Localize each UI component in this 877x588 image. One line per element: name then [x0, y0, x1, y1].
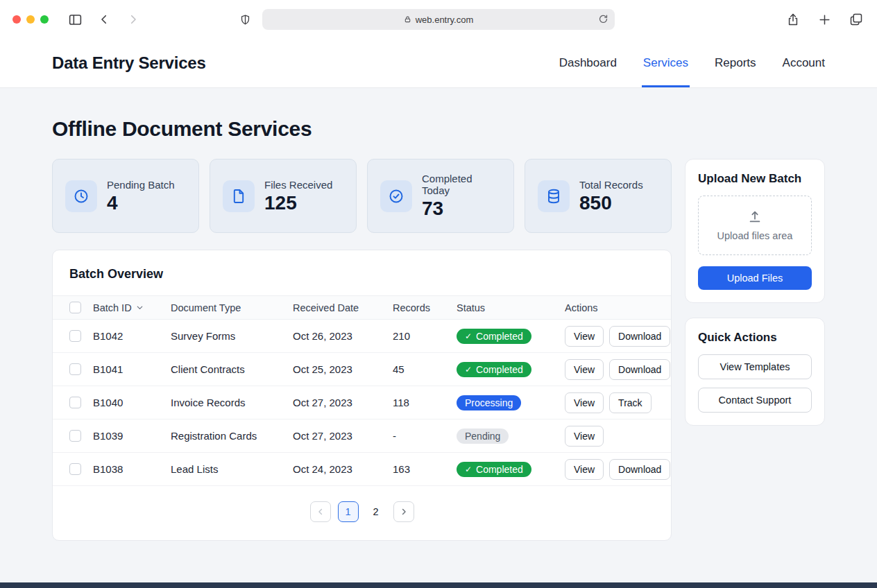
stat-label: Files Received	[264, 179, 332, 191]
received-date-cell: Oct 24, 2023	[293, 463, 393, 475]
batch-id-cell: B1042	[93, 330, 171, 342]
document-type-cell: Client Contracts	[171, 363, 293, 375]
table-row: B1042 Survey Forms Oct 26, 2023 210 ✓Com…	[53, 320, 671, 353]
page-title: Offline Document Services	[52, 117, 825, 141]
row-actions: View	[565, 426, 671, 447]
share-icon[interactable]	[785, 11, 801, 28]
document-type-cell: Registration Cards	[171, 430, 293, 442]
status-label: Completed	[476, 465, 523, 474]
browser-chrome: web.entry.com	[0, 0, 877, 39]
stat-card-total-records: Total Records 850	[525, 159, 672, 233]
quick-actions-panel: Quick Actions View Templates Contact Sup…	[685, 318, 825, 426]
select-all-checkbox[interactable]	[69, 302, 81, 313]
upload-panel: Upload New Batch Upload files area Uploa…	[685, 159, 825, 303]
table-row: B1041 Client Contracts Oct 25, 2023 45 ✓…	[53, 353, 671, 386]
status-label: Completed	[476, 365, 523, 374]
stat-card-files-received: Files Received 125	[210, 159, 357, 233]
batch-id-cell: B1040	[93, 397, 171, 408]
records-cell: 163	[393, 463, 457, 475]
row-checkbox[interactable]	[69, 363, 81, 375]
view-button[interactable]: View	[565, 326, 604, 347]
column-header-received-date: Received Date	[293, 302, 393, 313]
forward-icon[interactable]	[126, 12, 141, 27]
table-title: Batch Overview	[53, 250, 671, 295]
window-controls	[12, 15, 49, 24]
row-checkbox[interactable]	[69, 397, 81, 408]
upload-files-button[interactable]: Upload Files	[698, 266, 812, 290]
url-text: web.entry.com	[416, 15, 474, 25]
row-actions: ViewDownload	[565, 459, 671, 480]
received-date-cell: Oct 25, 2023	[293, 363, 393, 375]
check-icon: ✓	[465, 465, 472, 474]
view-button[interactable]: View	[565, 392, 604, 413]
view-button[interactable]: View	[565, 426, 604, 447]
nav-item-account[interactable]: Account	[783, 39, 825, 87]
nav-item-services[interactable]: Services	[643, 39, 688, 87]
download-button[interactable]: Download	[609, 326, 670, 347]
batch-overview-card: Batch Overview Batch ID Document Type Re…	[52, 250, 672, 541]
stat-label: Total Records	[579, 179, 643, 191]
table-body: B1042 Survey Forms Oct 26, 2023 210 ✓Com…	[53, 320, 671, 486]
quick-actions-title: Quick Actions	[698, 331, 812, 345]
upload-icon	[747, 209, 763, 225]
download-button[interactable]: Download	[609, 359, 670, 380]
table-row: B1040 Invoice Records Oct 27, 2023 118 P…	[53, 386, 671, 420]
row-actions: ViewTrack	[565, 392, 671, 413]
close-button[interactable]	[12, 15, 21, 24]
batch-id-cell: B1041	[93, 363, 171, 375]
status-badge: Pending	[457, 429, 509, 444]
pagination-next-icon[interactable]	[393, 501, 414, 522]
chevron-down-icon	[135, 303, 144, 312]
batch-id-cell: B1039	[93, 430, 171, 442]
status-label: Pending	[465, 431, 500, 441]
reload-icon[interactable]	[598, 14, 608, 24]
document-type-cell: Lead Lists	[171, 463, 293, 475]
pagination-prev-icon[interactable]	[310, 501, 331, 522]
stat-value: 125	[264, 193, 332, 213]
view-button[interactable]: View	[565, 359, 604, 380]
nav-item-reports[interactable]: Reports	[715, 39, 756, 87]
column-header-document-type: Document Type	[171, 302, 293, 313]
row-checkbox[interactable]	[69, 430, 81, 442]
records-cell: 45	[393, 363, 457, 375]
download-button[interactable]: Download	[609, 459, 670, 480]
stat-label: Pending Batch	[107, 179, 175, 191]
footer-strip	[0, 582, 877, 588]
column-header-records: Records	[393, 302, 457, 313]
received-date-cell: Oct 27, 2023	[293, 430, 393, 442]
pagination-page-2[interactable]: 2	[366, 501, 386, 522]
back-icon[interactable]	[96, 12, 112, 27]
stat-card-pending-batch: Pending Batch 4	[52, 159, 199, 233]
track-button[interactable]: Track	[609, 392, 651, 413]
contact-support-button[interactable]: Contact Support	[698, 388, 812, 413]
upload-dropzone[interactable]: Upload files area	[698, 196, 812, 255]
stat-value: 4	[107, 193, 175, 213]
stat-cards: Pending Batch 4 Files Received 125	[52, 159, 672, 233]
privacy-shield-icon[interactable]	[239, 14, 251, 26]
pagination-page-1[interactable]: 1	[338, 501, 359, 522]
row-checkbox[interactable]	[69, 463, 81, 475]
stat-value: 73	[422, 198, 501, 218]
status-label: Completed	[476, 331, 523, 341]
site-header: Data Entry Services Dashboard Services R…	[0, 39, 877, 88]
zoom-button[interactable]	[40, 15, 49, 24]
table-header-row: Batch ID Document Type Received Date Rec…	[53, 295, 671, 320]
check-icon: ✓	[465, 365, 472, 374]
lock-icon	[404, 15, 411, 24]
tab-overview-icon[interactable]	[848, 11, 865, 28]
new-tab-icon[interactable]	[817, 12, 833, 28]
nav-item-dashboard[interactable]: Dashboard	[559, 39, 617, 87]
column-header-actions: Actions	[565, 302, 671, 313]
address-bar[interactable]: web.entry.com	[262, 9, 615, 30]
records-cell: -	[393, 430, 457, 442]
status-badge: ✓Completed	[457, 329, 531, 344]
main-content: Offline Document Services Pending Batch …	[0, 88, 877, 582]
pagination: 1 2	[53, 486, 671, 540]
view-templates-button[interactable]: View Templates	[698, 354, 812, 379]
row-checkbox[interactable]	[69, 330, 81, 342]
minimize-button[interactable]	[26, 15, 35, 24]
view-button[interactable]: View	[565, 459, 604, 480]
column-header-batch-id[interactable]: Batch ID	[93, 302, 171, 313]
table-row: B1039 Registration Cards Oct 27, 2023 - …	[53, 420, 671, 453]
sidebar-toggle-icon[interactable]	[67, 11, 84, 28]
